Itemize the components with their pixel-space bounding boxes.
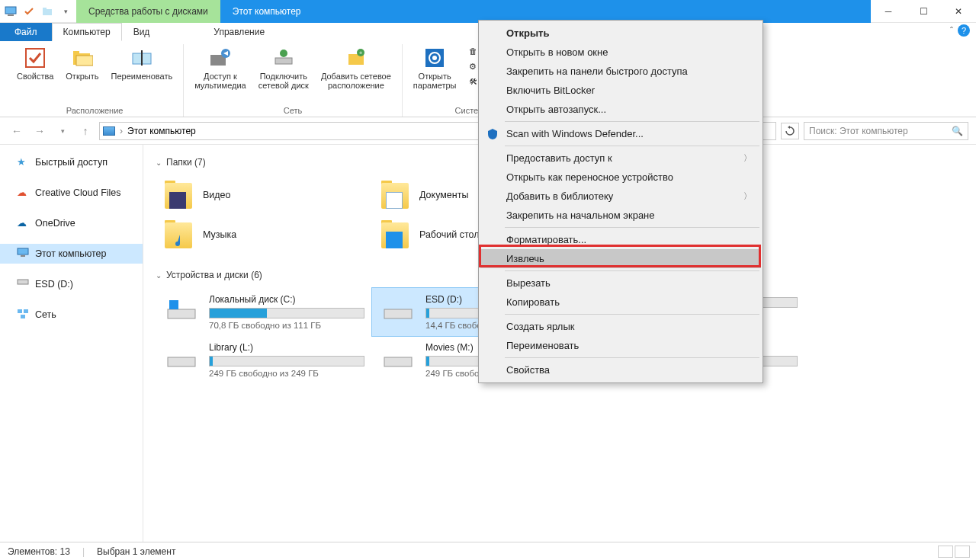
svg-rect-30 bbox=[168, 357, 195, 366]
tab-file[interactable]: Файл bbox=[0, 23, 52, 41]
cc-icon: ☁ bbox=[17, 187, 29, 199]
ribbon-context-tab[interactable]: Средства работы с дисками bbox=[76, 0, 220, 23]
btn-properties[interactable]: Свойства bbox=[12, 44, 58, 104]
btn-open[interactable]: Открыть bbox=[61, 44, 103, 104]
cm-rename[interactable]: Переименовать bbox=[480, 336, 761, 355]
cm-pin-quick-access[interactable]: Закрепить на панели быстрого доступа bbox=[480, 62, 761, 81]
cm-separator bbox=[505, 357, 759, 358]
cm-separator bbox=[505, 146, 759, 146]
qat-dropdown-icon[interactable]: ▾ bbox=[59, 5, 72, 18]
qat-new-folder-icon[interactable] bbox=[41, 5, 53, 18]
cm-properties[interactable]: Свойства bbox=[480, 360, 761, 379]
btn-add-location[interactable]: + Добавить сетевое расположение bbox=[316, 44, 396, 104]
cm-separator bbox=[505, 314, 759, 315]
sidebar-item-this-pc[interactable]: Этот компьютер bbox=[0, 244, 143, 264]
cm-autoplay[interactable]: Открыть автозапуск... bbox=[480, 100, 761, 119]
svg-rect-22 bbox=[18, 280, 28, 284]
btn-map-drive-label: Подключить сетевой диск bbox=[258, 72, 309, 90]
cm-add-library[interactable]: Добавить в библиотеку〉 bbox=[480, 187, 761, 206]
search-placeholder: Поиск: Этот компьютер bbox=[809, 126, 908, 136]
cm-format[interactable]: Форматировать... bbox=[480, 230, 761, 249]
view-icons-button[interactable] bbox=[955, 546, 970, 558]
onedrive-icon: ☁ bbox=[17, 217, 29, 229]
svg-rect-0 bbox=[5, 7, 16, 14]
sidebar-item-esd[interactable]: ESD (D:) bbox=[0, 274, 143, 294]
cm-open-new-window[interactable]: Открыть в новом окне bbox=[480, 43, 761, 62]
cm-cut[interactable]: Вырезать bbox=[480, 274, 761, 293]
cm-bitlocker[interactable]: Включить BitLocker bbox=[480, 81, 761, 100]
cm-open[interactable]: Открыть bbox=[480, 24, 761, 43]
svg-rect-26 bbox=[168, 309, 195, 318]
svg-point-13 bbox=[280, 50, 287, 57]
chevron-down-icon: ⌄ bbox=[156, 271, 162, 280]
cm-create-shortcut[interactable]: Создать ярлык bbox=[480, 317, 761, 336]
view-details-button[interactable] bbox=[938, 546, 953, 558]
svg-rect-3 bbox=[43, 8, 47, 10]
group-network-label: Сеть bbox=[284, 104, 302, 117]
ribbon-group-location: Свойства Открыть Переименовать Расположе… bbox=[6, 44, 184, 117]
folder-icon bbox=[163, 180, 194, 210]
cm-share-access[interactable]: Предоставить доступ к〉 bbox=[480, 149, 761, 168]
cm-defender[interactable]: Scan with Windows Defender... bbox=[480, 124, 761, 143]
btn-open-settings[interactable]: Открыть параметры bbox=[409, 44, 461, 104]
btn-rename-label: Переименовать bbox=[111, 72, 173, 81]
chevron-down-icon: ⌄ bbox=[156, 158, 162, 167]
properties-icon bbox=[23, 46, 47, 70]
search-input[interactable]: Поиск: Этот компьютер 🔍 bbox=[804, 122, 968, 140]
btn-map-drive[interactable]: Подключить сетевой диск bbox=[254, 44, 313, 104]
btn-open-label: Открыть bbox=[66, 72, 98, 81]
cm-eject[interactable]: Извлечь bbox=[480, 249, 761, 268]
svg-rect-31 bbox=[384, 357, 412, 366]
cm-portable-device[interactable]: Открыть как переносное устройство bbox=[480, 168, 761, 187]
chevron-right-icon: 〉 bbox=[743, 152, 752, 164]
sidebar-item-quick-access[interactable]: ★Быстрый доступ bbox=[0, 152, 143, 172]
nav-history-dropdown[interactable]: ▾ bbox=[53, 122, 72, 140]
tab-computer[interactable]: Компьютер bbox=[52, 23, 122, 41]
cm-copy[interactable]: Копировать bbox=[480, 293, 761, 312]
open-icon bbox=[70, 46, 95, 70]
svg-rect-25 bbox=[21, 315, 25, 318]
svg-rect-1 bbox=[8, 14, 14, 16]
statusbar: Элементов: 13 | Выбран 1 элемент bbox=[0, 542, 976, 560]
drive-library[interactable]: Library (L:)249 ГБ свободно из 249 ГБ bbox=[156, 336, 372, 384]
sidebar-item-onedrive[interactable]: ☁OneDrive bbox=[0, 213, 143, 233]
svg-rect-28 bbox=[384, 309, 412, 318]
folder-videos[interactable]: Видео bbox=[156, 175, 372, 215]
folder-icon bbox=[380, 180, 410, 210]
group-location-label: Расположение bbox=[66, 104, 124, 117]
nav-up-button[interactable]: ↑ bbox=[76, 122, 95, 140]
qat-properties-icon[interactable] bbox=[23, 5, 35, 18]
tab-view[interactable]: Вид bbox=[122, 23, 162, 41]
svg-rect-12 bbox=[275, 58, 292, 64]
cm-pin-start[interactable]: Закрепить на начальном экране bbox=[480, 206, 761, 225]
close-button[interactable]: ✕ bbox=[941, 0, 976, 23]
help-icon[interactable]: ? bbox=[958, 24, 970, 37]
svg-rect-24 bbox=[24, 309, 28, 313]
svg-rect-7 bbox=[76, 56, 93, 66]
sidebar-item-creative-cloud[interactable]: ☁Creative Cloud Files bbox=[0, 183, 143, 203]
btn-properties-label: Свойства bbox=[17, 72, 53, 81]
svg-rect-20 bbox=[18, 248, 28, 254]
tab-manage[interactable]: Управление bbox=[191, 23, 287, 41]
search-icon: 🔍 bbox=[952, 126, 963, 136]
minimize-button[interactable]: ─ bbox=[871, 0, 906, 23]
ribbon-group-network: Доступ к мультимедиа Подключить сетевой … bbox=[184, 44, 403, 117]
drive-c[interactable]: Локальный диск (C:)70,8 ГБ свободно из 1… bbox=[156, 288, 372, 336]
settings-icon bbox=[422, 46, 447, 70]
refresh-button[interactable] bbox=[781, 123, 799, 139]
ribbon-collapse-icon[interactable]: ˆ bbox=[950, 26, 953, 37]
maximize-button[interactable]: ☐ bbox=[906, 0, 941, 23]
btn-media-label: Доступ к мультимедиа bbox=[194, 72, 246, 90]
status-item-count: Элементов: 13 bbox=[8, 546, 70, 557]
network-icon bbox=[17, 309, 29, 321]
drive-icon bbox=[17, 278, 29, 290]
sidebar: ★Быстрый доступ ☁Creative Cloud Files ☁O… bbox=[0, 145, 143, 542]
btn-media-access[interactable]: Доступ к мультимедиа bbox=[190, 44, 251, 104]
btn-rename[interactable]: Переименовать bbox=[107, 44, 178, 104]
nav-forward-button[interactable]: → bbox=[30, 122, 49, 140]
nav-back-button[interactable]: ← bbox=[8, 122, 26, 140]
sidebar-item-network[interactable]: Сеть bbox=[0, 305, 143, 325]
svg-rect-6 bbox=[73, 51, 79, 55]
context-menu: Открыть Открыть в новом окне Закрепить н… bbox=[478, 20, 763, 383]
folder-music[interactable]: Музыка bbox=[156, 215, 372, 254]
